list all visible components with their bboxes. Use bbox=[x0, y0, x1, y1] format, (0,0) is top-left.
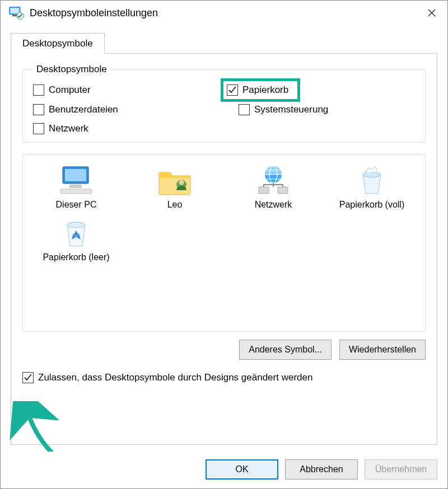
svg-rect-2 bbox=[12, 15, 17, 17]
checkbox-label: Systemsteuerung bbox=[254, 104, 328, 115]
icon-item-papierkorb-voll[interactable]: Papierkorb (voll) bbox=[324, 163, 419, 210]
checkbox-label: Papierkorb bbox=[242, 84, 288, 96]
icon-label: Papierkorb (leer) bbox=[43, 252, 109, 263]
checkbox-allow-themes[interactable]: Zulassen, dass Desktopsymbole durch Desi… bbox=[22, 372, 426, 383]
dialog-body: Desktopsymbole Desktopsymbole Computer bbox=[1, 25, 447, 445]
desktopsymbole-group: Desktopsymbole Computer Papierkorb bbox=[22, 64, 426, 143]
checkbox-box bbox=[33, 123, 44, 134]
tab-strip: Desktopsymbole bbox=[11, 33, 437, 54]
checkmark-icon bbox=[24, 373, 32, 382]
change-icon-button[interactable]: Anderes Symbol... bbox=[239, 340, 332, 360]
checkbox-box bbox=[239, 104, 250, 115]
recycle-bin-full-icon bbox=[354, 163, 390, 197]
svg-rect-7 bbox=[60, 189, 92, 194]
svg-point-15 bbox=[67, 222, 85, 228]
icon-item-dieser-pc[interactable]: Dieser PC bbox=[29, 163, 124, 210]
checkbox-papierkorb[interactable]: Papierkorb bbox=[227, 84, 288, 96]
icon-label: Papierkorb (voll) bbox=[339, 199, 404, 210]
cancel-button[interactable]: Abbrechen bbox=[285, 459, 358, 479]
close-button[interactable] bbox=[421, 4, 443, 22]
tab-panel: Desktopsymbole Computer Papierkorb bbox=[11, 53, 437, 445]
icon-label: Dieser PC bbox=[56, 199, 97, 210]
network-icon bbox=[255, 163, 291, 197]
apply-button[interactable]: Übernehmen bbox=[365, 459, 437, 479]
checkbox-benutzerdateien[interactable]: Benutzerdateien bbox=[33, 104, 222, 115]
checkbox-box bbox=[22, 372, 34, 383]
computer-icon bbox=[58, 163, 94, 197]
dialog-footer: OK Abbrechen Übernehmen bbox=[1, 452, 447, 488]
checkbox-box bbox=[227, 84, 238, 96]
checkbox-label: Benutzerdateien bbox=[49, 104, 118, 115]
checkbox-netzwerk[interactable]: Netzwerk bbox=[33, 123, 222, 134]
checkbox-label: Netzwerk bbox=[49, 123, 88, 134]
svg-rect-6 bbox=[69, 185, 82, 188]
close-icon bbox=[427, 8, 436, 17]
user-folder-icon bbox=[157, 163, 193, 197]
icon-label: Netzwerk bbox=[255, 199, 292, 210]
window-title: Desktopsymboleinstellungen bbox=[30, 7, 421, 19]
svg-point-9 bbox=[179, 180, 184, 185]
svg-rect-1 bbox=[11, 8, 20, 13]
icon-item-netzwerk[interactable]: Netzwerk bbox=[226, 163, 321, 210]
tab-desktopsymbole[interactable]: Desktopsymbole bbox=[11, 33, 105, 54]
highlight-papierkorb: Papierkorb bbox=[221, 78, 300, 102]
titlebar: Desktopsymboleinstellungen bbox=[1, 1, 447, 25]
icon-item-papierkorb-leer[interactable]: Papierkorb (leer) bbox=[29, 216, 124, 263]
dialog-window: Desktopsymboleinstellungen Desktopsymbol… bbox=[0, 0, 448, 489]
checkbox-systemsteuerung[interactable]: Systemsteuerung bbox=[239, 104, 415, 115]
group-legend: Desktopsymbole bbox=[33, 64, 110, 75]
restore-default-button[interactable]: Wiederherstellen bbox=[339, 340, 426, 360]
icon-label: Leo bbox=[167, 199, 183, 210]
svg-rect-13 bbox=[278, 187, 288, 194]
icon-item-leo[interactable]: Leo bbox=[127, 163, 222, 210]
checkbox-label: Zulassen, dass Desktopsymbole durch Desi… bbox=[38, 372, 312, 383]
icon-preview-panel: Dieser PC Leo Netzwerk bbox=[22, 154, 426, 332]
app-icon bbox=[8, 5, 24, 21]
checkbox-box bbox=[33, 84, 44, 96]
icon-button-row: Anderes Symbol... Wiederherstellen bbox=[22, 340, 426, 360]
svg-point-14 bbox=[363, 172, 381, 177]
svg-rect-5 bbox=[65, 169, 86, 181]
ok-button[interactable]: OK bbox=[206, 459, 278, 479]
checkbox-computer[interactable]: Computer bbox=[33, 84, 222, 96]
checkmark-icon bbox=[228, 86, 237, 95]
checkbox-label: Computer bbox=[49, 84, 91, 96]
recycle-bin-empty-icon bbox=[58, 216, 94, 250]
svg-rect-12 bbox=[259, 187, 269, 194]
checkbox-box bbox=[33, 104, 44, 115]
